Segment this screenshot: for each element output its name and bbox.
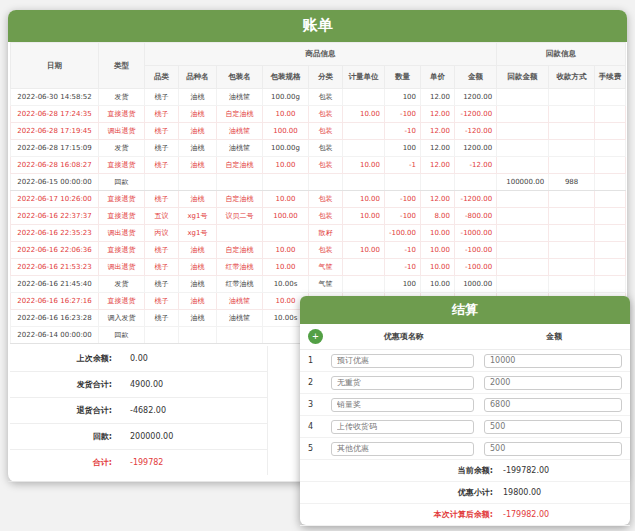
cell-payment-method [549,208,595,225]
cell-category: 丙议 [145,225,179,242]
discount-amount-input[interactable] [484,420,622,434]
cell-spec: 100.00g [263,89,309,106]
summary-row: 退货合计: -4682.00 [10,398,268,424]
cell-package: 自定油桃 [217,191,263,208]
discount-amount-input[interactable] [484,354,622,368]
table-row[interactable]: 2022-06-28 17:19:45 调出退货 桃子 油桃 油桃筐 100.0… [11,123,626,140]
cell-payment-amount [497,276,549,293]
cell-fee [595,242,626,259]
col-header-category: 品类 [145,66,179,89]
cell-type: 发货 [99,89,145,106]
cell-variety: xg1号 [179,208,217,225]
cell-class: 气筐 [309,259,343,276]
table-row[interactable]: 2022-06-28 17:24:35 直接退货 桃子 油桃 自定油桃 10.0… [11,106,626,123]
cell-unit [343,276,385,293]
cell-variety: 油桃 [179,89,217,106]
discount-row: 2 [300,372,630,394]
total-row: 本次计算后余额: -179982.00 [300,504,630,526]
cell-category: 五议 [145,208,179,225]
summary-label: 合计: [10,457,112,468]
discount-name-input[interactable] [331,398,474,412]
cell-class: 包装 [309,89,343,106]
cell-variety: 油桃 [179,310,217,327]
cell-fee [595,106,626,123]
table-row[interactable]: 2022-06-16 22:06:36 直接退货 桃子 油桃 自定油桃 10.0… [11,242,626,259]
table-row[interactable]: 2022-06-16 21:45:40 发货 桃子 油桃 红带油桃 10.00s… [11,276,626,293]
discount-name-input[interactable] [331,420,474,434]
cell-category: 桃子 [145,123,179,140]
cell-unit [343,140,385,157]
cell-payment-method [549,140,595,157]
cell-date: 2022-06-15 00:00:00 [11,174,99,191]
cell-payment-method: 988 [549,174,595,191]
table-row[interactable]: 2022-06-28 16:08:27 直接退货 桃子 油桃 自定油桃 10.0… [11,157,626,174]
cell-type: 发货 [99,140,145,157]
cell-qty: -100 [385,191,421,208]
table-row[interactable]: 2022-06-15 00:00:00 回款 100000.00 988 [11,174,626,191]
table-row[interactable]: 2022-06-16 22:37:37 直接退货 五议 xg1号 议贝二号 10… [11,208,626,225]
cell-date: 2022-06-28 17:19:45 [11,123,99,140]
total-label: 当前余额: [308,465,493,476]
cell-qty: -10 [385,259,421,276]
discount-amount-input[interactable] [484,376,622,390]
cell-variety: 油桃 [179,242,217,259]
cell-date: 2022-06-17 10:26:00 [11,191,99,208]
table-row[interactable]: 2022-06-28 17:15:09 发货 桃子 油桃 油桃筐 100.00g… [11,140,626,157]
total-label: 本次计算后余额: [308,509,493,520]
cell-date: 2022-06-16 22:06:36 [11,242,99,259]
discount-row-number: 3 [308,400,324,409]
cell-date: 2022-06-28 17:15:09 [11,140,99,157]
cell-category: 桃子 [145,293,179,310]
table-row[interactable]: 2022-06-30 14:58:52 发货 桃子 油桃 油桃筐 100.00g… [11,89,626,106]
discount-name-input[interactable] [331,442,474,456]
cell-category: 桃子 [145,242,179,259]
cell-class: 包装 [309,208,343,225]
cell-class [309,174,343,191]
cell-unit [343,174,385,191]
table-row[interactable]: 2022-06-17 10:26:00 直接退货 桃子 油桃 自定油桃 10.0… [11,191,626,208]
summary-value: 4900.00 [130,380,163,389]
discount-row-number: 4 [308,422,324,431]
cell-package: 自定油桃 [217,242,263,259]
cell-price: 12.00 [421,123,455,140]
discount-row: 1 [300,350,630,372]
cell-amount: -1000.00 [455,225,497,242]
cell-spec [263,225,309,242]
discount-amount-input[interactable] [484,442,622,456]
cell-qty: -10 [385,123,421,140]
cell-unit: 10.00 [343,242,385,259]
cell-payment-amount [497,259,549,276]
cell-variety [179,174,217,191]
cell-payment-amount [497,157,549,174]
cell-spec: 100.00g [263,140,309,157]
cell-variety: 油桃 [179,276,217,293]
cell-payment-method [549,106,595,123]
cell-package [217,225,263,242]
cell-unit: 10.00 [343,106,385,123]
cell-category: 桃子 [145,310,179,327]
col-header-payment-amount: 回款金额 [497,66,549,89]
discount-name-input[interactable] [331,376,474,390]
cell-variety: 油桃 [179,140,217,157]
col-header-package: 包装名 [217,66,263,89]
cell-type: 直接退货 [99,191,145,208]
cell-payment-amount: 100000.00 [497,174,549,191]
cell-category: 桃子 [145,89,179,106]
table-row[interactable]: 2022-06-16 21:53:23 调出退货 桃子 油桃 红带油桃 10.0… [11,259,626,276]
cell-type: 回款 [99,327,145,344]
cell-category: 桃子 [145,276,179,293]
cell-variety: 油桃 [179,191,217,208]
cell-class: 包装 [309,242,343,259]
cell-fee [595,174,626,191]
cell-payment-method [549,259,595,276]
cell-unit [343,259,385,276]
cell-type: 发货 [99,276,145,293]
cell-category: 桃子 [145,140,179,157]
discount-amount-input[interactable] [484,398,622,412]
table-row[interactable]: 2022-06-16 22:35:23 调出退货 丙议 xg1号 散籽 -100… [11,225,626,242]
cell-spec: 100.00 [263,123,309,140]
add-discount-button[interactable]: + [308,329,323,344]
cell-type: 直接退货 [99,208,145,225]
discount-name-input[interactable] [331,354,474,368]
cell-variety: 油桃 [179,293,217,310]
